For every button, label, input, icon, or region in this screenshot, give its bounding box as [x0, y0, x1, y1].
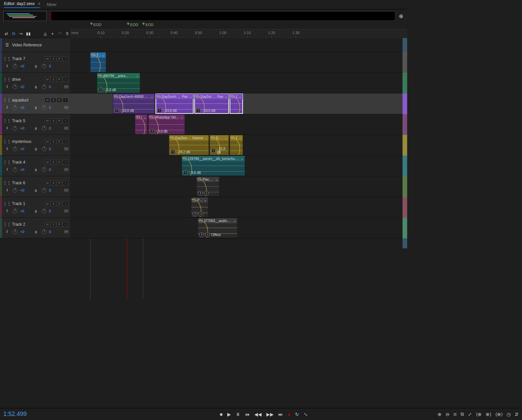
pan-knob[interactable] [42, 64, 46, 68]
clip[interactable]: Tre...⌄ [90, 52, 106, 72]
marker-0[interactable]: EOD [90, 23, 101, 27]
r-button[interactable]: R [57, 160, 62, 165]
s-button[interactable]: S [51, 181, 56, 185]
clip-menu-icon[interactable]: ⌄ [204, 198, 207, 202]
clip-menu-icon[interactable]: ⌄ [151, 95, 153, 98]
clip-fx-toggle[interactable] [98, 74, 102, 77]
m-button[interactable]: M [45, 98, 50, 102]
headphones-icon[interactable]: ◠ [57, 31, 63, 37]
pin-icon[interactable]: ⚲ [64, 31, 70, 37]
r-button[interactable]: R [57, 222, 62, 227]
pan-value[interactable]: 0 [49, 188, 51, 192]
i-button[interactable]: I [63, 160, 68, 165]
clip[interactable]: Da...⌄ [230, 135, 243, 155]
clip[interactable]: Day2orch 48000 2Pan⌄⦀- 33,8 dB [156, 93, 194, 114]
clip-fx-toggle[interactable] [137, 116, 140, 119]
r-button[interactable]: R [57, 119, 62, 123]
send-icon[interactable]: ((•)) [64, 85, 68, 88]
clip[interactable]: WhatsApp Vid...⌄⦀- 3,0 dB [148, 114, 185, 135]
pan-value[interactable]: 0 [49, 168, 51, 172]
pan-value[interactable]: 0 [49, 126, 51, 130]
volume-knob[interactable] [13, 105, 17, 110]
clip[interactable]: Day2orch 48000 2 Vol...⌄⦀- 18,8 dB [113, 93, 155, 114]
volume-knob[interactable] [13, 167, 17, 172]
track-name[interactable]: Track 1 [12, 201, 43, 206]
clip-fx-toggle[interactable] [193, 198, 196, 202]
pan-knob[interactable] [42, 147, 46, 151]
clip-gain-icon[interactable]: ⦀ [193, 212, 197, 216]
send-icon[interactable]: ((•)) [64, 168, 68, 171]
marker-1[interactable]: EOD [127, 23, 138, 27]
clip[interactable]: 129784__aarom__sfx_turnschuhe_au...⌄⦀- 4… [182, 156, 245, 176]
volume-knob[interactable] [13, 126, 17, 131]
track-name[interactable]: Track 7 [12, 56, 43, 61]
track-lane[interactable]: Place Gé...⌄⦀? [70, 176, 407, 197]
pan-value[interactable]: 0 [49, 106, 51, 110]
volume-knob[interactable] [13, 147, 17, 151]
track-name[interactable]: aquaduct [12, 98, 43, 102]
track-color-handle[interactable] [403, 156, 407, 176]
clip[interactable]: DaySong ...⌄⦀- 32,8 dB [210, 135, 229, 155]
m-button[interactable]: M [45, 222, 50, 227]
pan-value[interactable]: 0 [49, 209, 51, 213]
clip[interactable]: Place Gé...⌄⦀? [196, 176, 220, 197]
r-button[interactable]: R [57, 139, 62, 144]
s-button[interactable]: S [51, 119, 56, 123]
track-color-handle[interactable] [403, 238, 407, 248]
clip-menu-icon[interactable]: ⌄ [239, 136, 241, 140]
s-button[interactable]: S [51, 56, 56, 61]
clip-fx-toggle[interactable] [171, 136, 174, 140]
track-color-handle[interactable] [403, 218, 407, 238]
clip-gain-icon[interactable]: ⦀ [198, 191, 203, 196]
volume-value[interactable]: +0 [20, 188, 24, 192]
track-lane[interactable]: Day2orch 48000 2 Vol...⌄⦀- 18,8 dBDay2or… [70, 93, 407, 114]
volume-value[interactable]: +0 [20, 106, 24, 110]
clip-menu-icon[interactable]: ⌄ [181, 116, 183, 119]
s-button[interactable]: S [51, 77, 56, 82]
clip-fx-toggle[interactable] [198, 178, 201, 181]
track-name[interactable]: Track 6 [12, 181, 43, 185]
track-lane[interactable]: Tre...⌄ [70, 52, 407, 72]
clip[interactable]: DaySong 48000 1Volume⌄⦀- 28,2 dB [169, 135, 209, 155]
pan-value[interactable]: 0 [49, 147, 51, 151]
clip-menu-icon[interactable]: ⌄ [225, 95, 227, 98]
track-lane[interactable]: 570...⌄WhatsApp Vid...⌄⦀- 3,0 dB [70, 114, 407, 135]
pan-knob[interactable] [42, 126, 46, 131]
pan-knob[interactable] [42, 209, 46, 213]
overview-thumbnail[interactable] [3, 11, 47, 21]
clip-gain-icon[interactable]: ⦀ [171, 150, 175, 154]
track-lane[interactable] [70, 38, 407, 52]
track-lane[interactable]: 495795__pries...⌄⦀- 6,0 dB [70, 73, 407, 93]
clip-gain-icon[interactable]: ⦀ [211, 148, 216, 153]
track-color-handle[interactable] [403, 38, 407, 52]
pan-value[interactable]: 0 [49, 230, 51, 234]
volume-value[interactable]: +0 [20, 126, 24, 130]
track-color-handle[interactable] [403, 52, 407, 73]
i-button[interactable]: I [63, 139, 68, 144]
clip-gain-icon[interactable]: ⦀ [199, 232, 204, 237]
track-name[interactable]: Track 4 [12, 160, 43, 165]
r-button[interactable]: R [57, 98, 62, 102]
s-button[interactable]: S [51, 139, 56, 144]
clip-gain-icon[interactable]: ⦀ [114, 108, 119, 113]
track-header[interactable]: ⋮⋮Track 6MSRI⦀+0⫼0((•)) [2, 176, 70, 197]
track-color-handle[interactable] [403, 93, 407, 114]
snapping-icon[interactable]: ⌖ [49, 31, 55, 37]
pan-value[interactable]: 0 [49, 85, 51, 89]
track-color-handle[interactable] [403, 135, 407, 156]
pan-knob[interactable] [42, 84, 46, 89]
i-button[interactable]: I [63, 56, 68, 61]
m-button[interactable]: M [45, 160, 50, 165]
clip[interactable]: Plac...⌄⦀? [191, 197, 208, 217]
clip-fx-toggle[interactable] [92, 53, 95, 57]
track-lane[interactable]: Plac...⌄⦀? [70, 197, 407, 217]
clip[interactable]: 570...⌄ [135, 114, 148, 135]
clip-menu-icon[interactable]: ⌄ [205, 136, 207, 140]
clip[interactable]: 377003__audio_s...⌄⦀?Offline [198, 218, 238, 238]
clip-menu-icon[interactable]: ⌄ [215, 178, 218, 181]
s-button[interactable]: S [51, 160, 56, 165]
volume-value[interactable]: +0 [20, 147, 24, 151]
volume-value[interactable]: +0 [20, 209, 24, 213]
clip[interactable]: 495795__pries...⌄⦀- 6,0 dB [97, 73, 140, 93]
clip-gain-icon[interactable]: ⦀ [98, 87, 103, 92]
